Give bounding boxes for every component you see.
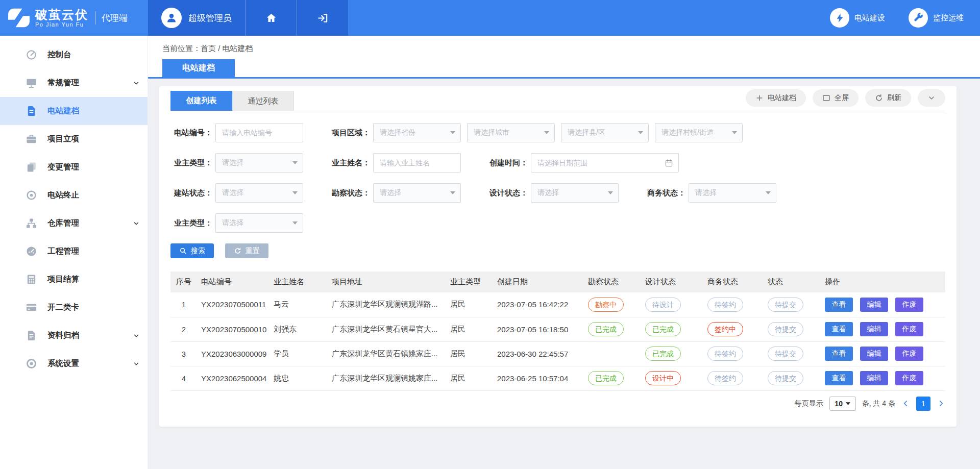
status-tag: 设计中	[645, 371, 681, 385]
sidebar-item-project-initiation[interactable]: 项目立项	[0, 125, 148, 153]
breadcrumb-path[interactable]: 首页 / 电站建档	[201, 44, 253, 53]
sidebar-item-station-termination[interactable]: 电站终止	[0, 181, 148, 209]
sidebar-item-data-archive[interactable]: 资料归档	[0, 322, 148, 350]
edit-button[interactable]: 编辑	[860, 347, 888, 361]
column-header-no: 序号	[170, 271, 197, 292]
fullscreen-button[interactable]: 全屏	[813, 89, 859, 107]
void-button[interactable]: 作废	[895, 347, 923, 361]
cell-owner: 学员	[270, 341, 328, 366]
owner-name-input[interactable]	[374, 159, 460, 167]
tab-create-list[interactable]: 创建列表	[170, 91, 232, 111]
build-status-select[interactable]: 请选择	[215, 183, 303, 203]
filter-row: 业主类型：请选择	[170, 213, 945, 233]
next-page-button[interactable]	[937, 399, 945, 408]
filter-label: 设计状态：	[486, 188, 528, 198]
sidebar-item-engineering-management[interactable]: 工程管理	[0, 237, 148, 265]
view-button[interactable]: 查看	[825, 371, 853, 385]
refresh-button[interactable]: 刷新	[865, 89, 911, 107]
home-button[interactable]	[245, 0, 297, 36]
project-region-2-select[interactable]: 请选择县/区	[561, 123, 649, 142]
owner-type-select[interactable]: 请选择	[215, 153, 303, 172]
pager-total: 条, 共 4 条	[862, 399, 895, 408]
nav-station-build[interactable]: 电站建设	[830, 8, 885, 28]
brand-logo-icon	[7, 8, 31, 28]
table-row: 1YX2023070500011马云广东深圳龙华区观澜镇观湖路...居民2023…	[170, 292, 945, 317]
sidebar-item-console[interactable]: 控制台	[0, 41, 148, 69]
project-region-0-select[interactable]: 请选择省份	[373, 123, 461, 142]
business-status-select[interactable]: 请选择	[689, 183, 776, 203]
column-header-status: 状态	[764, 271, 821, 292]
sidebar-item-warehouse-management[interactable]: 仓库管理	[0, 209, 148, 237]
tab-passed-list[interactable]: 通过列表	[232, 91, 294, 111]
void-button[interactable]: 作废	[895, 322, 923, 336]
column-header-created: 创建日期	[493, 271, 584, 292]
sidebar-item-general-management[interactable]: 常规管理	[0, 69, 148, 97]
status-tag: 已完成	[645, 347, 681, 361]
column-header-address: 项目地址	[328, 271, 446, 292]
current-page[interactable]: 1	[916, 397, 930, 411]
cell-address: 广东深圳龙华区观澜镇姚家庄...	[328, 366, 446, 390]
column-header-business: 商务状态	[703, 271, 764, 292]
create-station-button[interactable]: 电站建档	[746, 89, 806, 107]
sidebar-item-second-class-card[interactable]: 开二类卡	[0, 293, 148, 322]
survey-status-select[interactable]: 请选择	[373, 183, 461, 203]
sidebar-item-system-settings[interactable]: 系统设置	[0, 350, 148, 378]
sidebar-item-change-management[interactable]: 变更管理	[0, 153, 148, 181]
collapse-button[interactable]	[918, 89, 945, 107]
station-code-input[interactable]	[216, 129, 303, 137]
cell-code: YX2023070500010	[197, 317, 270, 341]
column-header-type: 业主类型	[446, 271, 493, 292]
caret-down-icon	[544, 131, 549, 134]
gauge-icon	[26, 245, 37, 257]
owner-type-2-select[interactable]: 请选择	[215, 213, 303, 233]
nav-monitor-ops-label: 监控运维	[933, 13, 964, 23]
project-region-3-select[interactable]: 请选择村镇/街道	[655, 123, 743, 142]
filter-row: 业主类型：请选择业主姓名：创建时间：	[170, 153, 945, 172]
project-region-1-select[interactable]: 请选择城市	[467, 123, 555, 142]
page-tab-station-archive[interactable]: 电站建档	[162, 59, 235, 77]
sidebar-item-label: 电站终止	[47, 190, 79, 201]
brand-pinyin: Po Jian Yun Fu	[35, 21, 88, 28]
reset-button[interactable]: 重置	[225, 243, 268, 258]
chevron-right-icon	[937, 399, 945, 408]
status-tag: 待提交	[768, 322, 803, 336]
status-tag: 待签约	[707, 371, 743, 385]
filter-survey-status: 勘察状态：请选择	[328, 183, 461, 203]
cell-survey-status: 勘察中	[584, 292, 641, 317]
search-button[interactable]: 搜索	[170, 243, 214, 258]
caret-down-icon	[766, 191, 771, 194]
view-button[interactable]: 查看	[825, 322, 853, 336]
create-time-input[interactable]	[531, 159, 678, 167]
sidebar-item-label: 项目结算	[47, 274, 79, 285]
void-button[interactable]: 作废	[895, 298, 923, 312]
sign-in-icon	[317, 12, 329, 24]
per-page-select[interactable]: 10	[829, 397, 856, 411]
panel-toolbar: 电站建档全屏刷新	[746, 89, 945, 111]
user-menu[interactable]: 超级管理员	[148, 0, 245, 36]
sidebar-item-station-archive[interactable]: 电站建档	[0, 97, 148, 125]
cell-status: 待提交	[764, 292, 821, 317]
cell-created: 2023-06-30 22:45:57	[493, 341, 584, 366]
void-button[interactable]: 作废	[895, 371, 923, 385]
design-status-select[interactable]: 请选择	[531, 183, 619, 203]
view-button[interactable]: 查看	[825, 347, 853, 361]
cell-code: YX2023063000009	[197, 341, 270, 366]
briefcase-icon	[26, 133, 37, 145]
edit-button[interactable]: 编辑	[860, 322, 888, 336]
topbar-quick-nav: 电站建设 监控运维	[830, 0, 980, 36]
sidebar-item-label: 资料归档	[47, 330, 79, 341]
signin-button[interactable]	[297, 0, 348, 36]
subheader: 当前位置：首页 / 电站建档 电站建档	[148, 36, 980, 77]
filter-build-status: 建站状态：请选择	[170, 183, 303, 203]
edit-button[interactable]: 编辑	[860, 298, 888, 312]
cell-actions: 查看编辑作废	[821, 317, 945, 341]
panel: 创建列表通过列表 电站建档全屏刷新 电站编号：项目区域：请选择省份请选择城市请选…	[159, 86, 957, 427]
view-button[interactable]: 查看	[825, 298, 853, 312]
filter-label: 业主类型：	[170, 158, 212, 168]
edit-button[interactable]: 编辑	[860, 371, 888, 385]
nav-monitor-ops[interactable]: 监控运维	[909, 8, 964, 28]
chevron-down-icon	[133, 80, 140, 87]
status-tag: 待签约	[707, 298, 743, 312]
sidebar-item-project-settlement[interactable]: 项目结算	[0, 265, 148, 293]
prev-page-button[interactable]	[901, 399, 910, 408]
